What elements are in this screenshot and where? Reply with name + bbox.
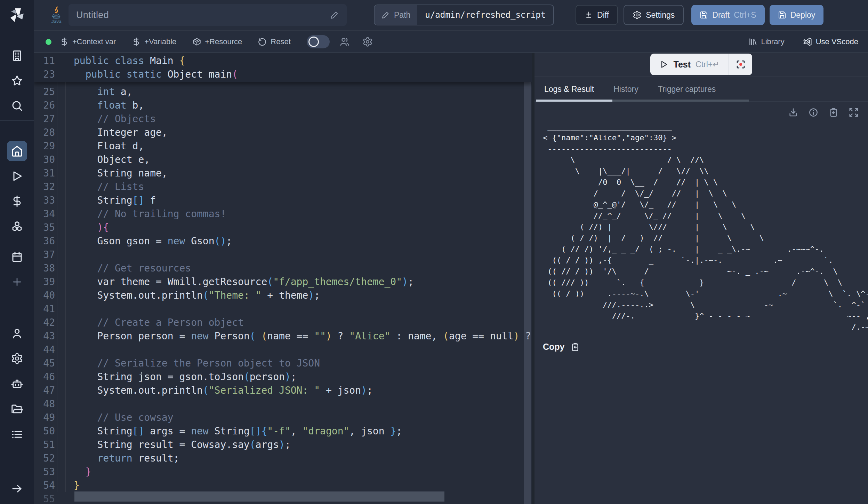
java-language-icon: Java: [49, 6, 64, 24]
dollar-icon: [132, 37, 141, 46]
code-line[interactable]: 47 System.out.println("Serialized JSON: …: [34, 384, 532, 397]
editor-settings-gear-icon[interactable]: [362, 37, 373, 47]
script-title-input[interactable]: Untitled: [69, 4, 347, 26]
code-line[interactable]: 50 String[] args = new String[]{"-f", "d…: [34, 424, 532, 438]
code-line[interactable]: 42 // Create a Person object: [34, 316, 532, 329]
code-line[interactable]: 37: [34, 248, 532, 261]
capture-test-icon[interactable]: [729, 54, 752, 75]
line-number: 53: [34, 465, 55, 479]
code-line[interactable]: 38 // Get resources: [34, 261, 532, 275]
sidebar-item-users[interactable]: [7, 323, 27, 344]
line-number: 51: [34, 438, 55, 451]
line-number: 26: [34, 99, 55, 112]
result-output: ___________________________ < {"name":"A…: [543, 121, 868, 334]
code-line[interactable]: 52 return result;: [34, 451, 532, 465]
settings-button[interactable]: Settings: [624, 5, 684, 25]
horizontal-scrollbar[interactable]: [74, 491, 444, 502]
code-line[interactable]: 27 // Objects: [34, 112, 532, 126]
code-line[interactable]: 28 Integer age,: [34, 126, 532, 139]
workspace-building-icon[interactable]: [7, 46, 27, 66]
sidebar-item-runs[interactable]: [7, 166, 27, 186]
path-label: Path: [394, 10, 410, 20]
draft-button[interactable]: Draft Ctrl+S: [691, 5, 764, 25]
test-button[interactable]: Test Ctrl+↵: [650, 54, 752, 75]
code-line[interactable]: 23 public static Object main(: [34, 68, 532, 81]
sidebar-item-workers[interactable]: [7, 373, 27, 394]
code-line[interactable]: 32 // Lists: [34, 180, 532, 194]
use-vscode-button[interactable]: Use VScode: [803, 37, 858, 47]
rotate-reset-icon: [258, 37, 267, 46]
code-line[interactable]: 51 String result = Cowsay.say(args);: [34, 438, 532, 451]
copy-to-clipboard-icon[interactable]: [828, 107, 839, 118]
add-resource-button[interactable]: +Resource: [192, 37, 242, 46]
tab-history[interactable]: History: [613, 85, 638, 94]
code-line[interactable]: 41: [34, 302, 532, 316]
code-line[interactable]: 35 ){: [34, 221, 532, 234]
line-number: 40: [34, 289, 55, 302]
windmill-logo[interactable]: [0, 0, 34, 31]
library-icon: [748, 37, 757, 46]
path-value[interactable]: u/admin/refreshed_script: [417, 5, 553, 25]
code-line[interactable]: 39 var theme = Wmill.getResource("f/app_…: [34, 275, 532, 289]
code-line[interactable]: 49 // Use cowsay: [34, 411, 532, 424]
sidebar-item-folders[interactable]: [7, 399, 27, 419]
edit-path-pencil-icon: [381, 11, 390, 19]
library-button[interactable]: Library: [748, 37, 784, 46]
code-line[interactable]: 31 String name,: [34, 166, 532, 180]
result-tabs: Logs & Result History Trigger captures: [535, 77, 868, 102]
code-line[interactable]: 11public class Main {: [34, 54, 532, 68]
code-line[interactable]: 40 System.out.println("Theme: " + theme)…: [34, 289, 532, 302]
line-number: 45: [34, 356, 55, 370]
line-number: 23: [34, 68, 55, 81]
code-line[interactable]: 43 Person person = new Person( (name == …: [34, 329, 532, 343]
diff-button[interactable]: Diff: [576, 5, 618, 25]
edit-title-pencil-icon[interactable]: [330, 10, 339, 19]
code-line[interactable]: 44: [34, 343, 532, 356]
line-number: 35: [34, 221, 55, 234]
tab-trigger-captures[interactable]: Trigger captures: [658, 85, 716, 94]
deploy-button[interactable]: Deploy: [770, 5, 824, 25]
code-line[interactable]: 30 Object e,: [34, 153, 532, 166]
add-context-var-button[interactable]: +Context var: [60, 37, 116, 46]
expand-sidebar-arrow-icon[interactable]: [7, 479, 27, 499]
info-icon[interactable]: [808, 107, 819, 118]
code-lines[interactable]: 25 int a,26 float b,27 // Objects28 Inte…: [34, 82, 532, 504]
expand-result-icon[interactable]: [849, 107, 859, 118]
sidebar-item-home[interactable]: [7, 141, 27, 161]
download-result-icon[interactable]: [788, 107, 798, 118]
vertical-scrollbar[interactable]: [524, 53, 531, 504]
code-line[interactable]: 54}: [34, 479, 532, 492]
path-field[interactable]: Path u/admin/refreshed_script: [374, 5, 554, 25]
copy-result-button[interactable]: Copy: [543, 342, 868, 352]
sidebar-item-audit-logs[interactable]: [7, 424, 27, 444]
sidebar-add-plus-icon[interactable]: [7, 272, 27, 292]
code-line[interactable]: 34 // No trailing commas!: [34, 207, 532, 221]
sidebar-item-settings[interactable]: [7, 348, 27, 369]
code-line[interactable]: 26 float b,: [34, 99, 532, 112]
code-line[interactable]: 33 String[] f: [34, 194, 532, 207]
line-number: 34: [34, 207, 55, 221]
code-line[interactable]: 46 String json = gson.toJson(person);: [34, 370, 532, 384]
line-number: 36: [34, 234, 55, 248]
sidebar-item-schedules[interactable]: [7, 247, 27, 267]
code-editor[interactable]: 11public class Main {23 public static Ob…: [34, 53, 532, 504]
favorites-star-icon[interactable]: [7, 71, 27, 91]
dark-mode-toggle[interactable]: [307, 35, 330, 48]
search-icon[interactable]: [7, 96, 27, 116]
code-line[interactable]: 45 // Serialize the Person object to JSO…: [34, 356, 532, 370]
add-variable-button[interactable]: +Variable: [132, 37, 176, 46]
sidebar-item-resources[interactable]: [7, 216, 27, 236]
code-line[interactable]: 36 Gson gson = new Gson();: [34, 234, 532, 248]
code-line[interactable]: 48: [34, 397, 532, 411]
code-line[interactable]: 29 Float d,: [34, 139, 532, 153]
line-number: 48: [34, 397, 55, 411]
line-number: 52: [34, 451, 55, 465]
collaborators-users-icon[interactable]: [339, 37, 350, 47]
main-content: 11public class Main {23 public static Ob…: [34, 53, 868, 504]
panel-splitter[interactable]: [532, 53, 535, 504]
code-line[interactable]: 25 int a,: [34, 85, 532, 99]
reset-button[interactable]: Reset: [258, 37, 290, 46]
code-line[interactable]: 53 }: [34, 465, 532, 479]
tab-logs-result[interactable]: Logs & Result: [544, 85, 594, 94]
sidebar-item-variables[interactable]: [7, 191, 27, 211]
